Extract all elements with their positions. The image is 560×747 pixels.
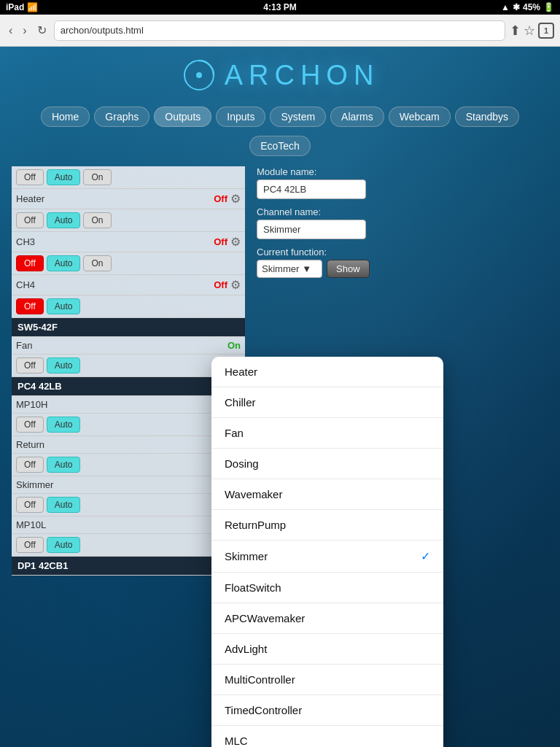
nav-outputs[interactable]: Outputs <box>154 107 211 127</box>
off-btn-6[interactable]: Off <box>16 417 44 433</box>
wifi-icon: 📶 <box>27 2 38 12</box>
nav-inputs[interactable]: Inputs <box>216 107 265 127</box>
page-background: ARCHON Home Graphs Outputs Inputs System… <box>0 47 560 747</box>
mp10l-label: MP10L <box>16 519 225 530</box>
dropdown-multicontroller-label: MultiController <box>225 673 295 686</box>
fan-status: On <box>228 340 241 351</box>
reload-button[interactable]: ↻ <box>34 20 50 40</box>
fan-label: Fan <box>16 340 225 351</box>
dropdown-chiller-label: Chiller <box>225 396 256 409</box>
battery-label: 45% <box>523 2 540 12</box>
on-btn-3[interactable]: On <box>83 255 111 271</box>
auto-btn-9[interactable]: Auto <box>47 537 81 553</box>
dropdown-item-skimmer[interactable]: Skimmer ✓ <box>211 541 443 573</box>
status-bar: iPad 📶 4:13 PM ▲ ✱ 45% 🔋 <box>0 0 560 15</box>
dp1-label: DP1 42CB1 <box>18 560 68 571</box>
function-dropdown: Heater Chiller Fan Dosing Wavemaker Retu… <box>211 357 443 747</box>
nav-webcam[interactable]: Webcam <box>389 107 451 127</box>
auto-btn-3[interactable]: Auto <box>47 255 81 271</box>
dropdown-item-dosing[interactable]: Dosing <box>211 449 443 479</box>
auto-btn-5[interactable]: Auto <box>47 357 81 374</box>
archon-logo-text: ARCHON <box>225 60 380 91</box>
function-select[interactable]: Skimmer ▼ <box>257 260 322 278</box>
ch3-channel-row: CH3 Off ⚙ <box>12 232 245 252</box>
bookmark-icon[interactable]: ☆ <box>524 23 535 39</box>
ch4-label: CH4 <box>16 279 211 290</box>
back-button[interactable]: ‹ <box>6 21 15 40</box>
off-btn-8[interactable]: Off <box>16 497 44 513</box>
auto-btn-1[interactable]: Auto <box>47 169 81 185</box>
function-label: Current function: <box>257 247 548 258</box>
mp10l-channel-row: MP10L On <box>12 516 245 534</box>
dropdown-dosing-label: Dosing <box>225 457 259 470</box>
control-row-6: Off Auto <box>12 414 245 436</box>
off-btn-1[interactable]: Off <box>16 169 44 185</box>
dropdown-item-wavemaker[interactable]: Wavemaker <box>211 479 443 510</box>
nav-standbys[interactable]: Standbys <box>455 107 519 127</box>
ch4-channel-row: CH4 Off ⚙ <box>12 275 245 295</box>
dropdown-item-fan[interactable]: Fan <box>211 418 443 449</box>
carrier-label: iPad <box>6 2 24 12</box>
forward-button[interactable]: › <box>20 21 29 40</box>
dropdown-apcwavemaker-label: APCWavemaker <box>225 612 305 624</box>
dropdown-floatswitch-label: FloatSwitch <box>225 581 281 594</box>
browser-chrome: ‹ › ↻ archon/outputs.html ⬆ ☆ 1 <box>0 15 560 47</box>
control-row-5: Off Auto <box>12 355 245 377</box>
function-select-row: Skimmer ▼ Show <box>257 260 548 278</box>
tab-count[interactable]: 1 <box>538 23 554 39</box>
show-button[interactable]: Show <box>327 260 370 278</box>
dropdown-item-timedcontroller[interactable]: TimedController <box>211 695 443 726</box>
dropdown-item-apcwavemaker[interactable]: APCWavemaker <box>211 603 443 634</box>
nav-graphs[interactable]: Graphs <box>94 107 149 127</box>
nav-alarms[interactable]: Alarms <box>330 107 384 127</box>
module-name-label: Module name: <box>257 166 548 177</box>
off-btn-7[interactable]: Off <box>16 457 44 473</box>
nav-home[interactable]: Home <box>41 107 90 127</box>
off-btn-5[interactable]: Off <box>16 357 44 374</box>
dropdown-timedcontroller-label: TimedController <box>225 704 302 716</box>
dropdown-item-mlc[interactable]: MLC <box>211 726 443 747</box>
logo-area: ARCHON <box>0 47 560 101</box>
share-icon[interactable]: ⬆ <box>510 23 521 39</box>
ch4-status: Off <box>214 279 228 290</box>
auto-btn-6[interactable]: Auto <box>47 417 81 433</box>
channel-name-input[interactable] <box>257 220 366 239</box>
heater-gear-icon[interactable]: ⚙ <box>230 192 241 206</box>
off-btn-4[interactable]: Off <box>16 298 44 314</box>
auto-btn-2[interactable]: Auto <box>47 212 81 228</box>
dropdown-item-multicontroller[interactable]: MultiController <box>211 665 443 695</box>
on-btn-1[interactable]: On <box>83 169 111 185</box>
archon-logo-icon <box>181 57 217 93</box>
dropdown-skimmer-label: Skimmer <box>225 550 268 562</box>
auto-btn-8[interactable]: Auto <box>47 497 81 513</box>
ch3-gear-icon[interactable]: ⚙ <box>230 235 241 249</box>
mp10h-channel-row: MP10H On <box>12 396 245 414</box>
on-btn-2[interactable]: On <box>83 212 111 228</box>
return-channel-row: Return On <box>12 436 245 454</box>
nav-ecotech[interactable]: EcoTech <box>249 136 311 156</box>
dropdown-item-floatswitch[interactable]: FloatSwitch <box>211 573 443 603</box>
dropdown-item-chiller[interactable]: Chiller <box>211 387 443 418</box>
auto-btn-7[interactable]: Auto <box>47 457 81 473</box>
nav-system[interactable]: System <box>270 107 326 127</box>
dropdown-returnpump-label: ReturnPump <box>225 519 286 531</box>
skimmer-channel-row: Skimmer On <box>12 476 245 494</box>
dropdown-item-advlight[interactable]: AdvLight <box>211 634 443 665</box>
browser-actions: ⬆ ☆ 1 <box>510 23 554 39</box>
heater-channel-row: Heater Off ⚙ <box>12 189 245 209</box>
sw5-label: SW5-42F <box>18 322 58 333</box>
off-btn-3[interactable]: Off <box>16 255 44 271</box>
dropdown-item-heater[interactable]: Heater <box>211 357 443 387</box>
status-right: ▲ ✱ 45% 🔋 <box>501 2 554 12</box>
off-btn-9[interactable]: Off <box>16 537 44 553</box>
auto-btn-4[interactable]: Auto <box>47 298 81 314</box>
dropdown-item-returnpump[interactable]: ReturnPump <box>211 510 443 541</box>
return-label: Return <box>16 439 225 450</box>
address-bar[interactable]: archon/outputs.html <box>54 20 505 41</box>
channels-panel: Off Auto On Heater Off ⚙ Off Auto On CH3… <box>12 166 245 576</box>
ch3-status: Off <box>214 236 228 247</box>
module-name-input[interactable] <box>257 179 366 199</box>
ch4-gear-icon[interactable]: ⚙ <box>230 278 241 292</box>
channel-name-group: Channel name: <box>257 206 548 239</box>
off-btn-2[interactable]: Off <box>16 212 44 228</box>
